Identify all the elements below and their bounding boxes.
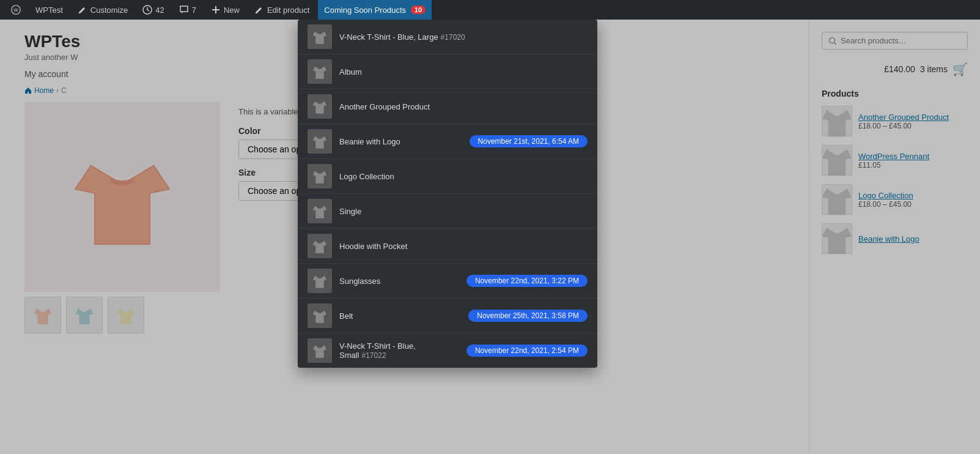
dropdown-item-thumb bbox=[308, 234, 332, 258]
dropdown-thumb-icon bbox=[311, 203, 328, 220]
wordpress-icon: W bbox=[11, 5, 21, 15]
dropdown-list: V-Neck T-Shirt - Blue, Large#17020 Album… bbox=[298, 20, 597, 368]
dropdown-thumb-icon bbox=[311, 133, 328, 150]
plus-icon bbox=[211, 5, 221, 15]
edit-product-label: Edit product bbox=[267, 6, 309, 15]
dropdown-item-badge: November 25th, 2021, 3:58 PM bbox=[468, 310, 588, 322]
dropdown-item-badge: November 21st, 2021, 6:54 AM bbox=[470, 135, 588, 147]
new-button[interactable]: New bbox=[205, 0, 246, 20]
dropdown-item-thumb bbox=[308, 199, 332, 223]
comments-button[interactable]: 7 bbox=[173, 0, 202, 20]
dropdown-item-name: Another Grouped Product bbox=[339, 102, 588, 111]
dropdown-thumb-icon bbox=[311, 237, 328, 255]
dropdown-item[interactable]: V-Neck T-Shirt - Blue, Small#17022 Novem… bbox=[298, 333, 597, 368]
site-name-label: WPTest bbox=[35, 6, 63, 15]
coming-soon-badge: 10 bbox=[411, 6, 426, 14]
dropdown-item[interactable]: V-Neck T-Shirt - Blue, Large#17020 bbox=[298, 20, 597, 54]
updates-count: 42 bbox=[155, 6, 164, 15]
coming-soon-button[interactable]: Coming Soon Products 10 bbox=[318, 0, 432, 20]
dropdown-thumb-icon bbox=[311, 168, 328, 185]
customize-icon bbox=[78, 5, 87, 15]
dropdown-item[interactable]: Single bbox=[298, 194, 597, 229]
dropdown-item-name: Beanie with Logo bbox=[339, 137, 462, 146]
dropdown-item-thumb bbox=[308, 269, 332, 293]
comments-count: 7 bbox=[192, 6, 196, 15]
dropdown-item[interactable]: Hoodie with Pocket bbox=[298, 229, 597, 264]
dropdown-item-name: Belt bbox=[339, 311, 461, 321]
dropdown-item-name: Album bbox=[339, 67, 588, 76]
dropdown-item-thumb bbox=[308, 24, 332, 49]
comments-icon bbox=[179, 5, 189, 15]
dropdown-item-thumb bbox=[308, 94, 332, 119]
coming-soon-label: Coming Soon Products bbox=[324, 6, 406, 15]
dropdown-item-name: Sunglasses bbox=[339, 277, 459, 286]
site-name-button[interactable]: WPTest bbox=[29, 0, 69, 20]
dropdown-item-name: Hoodie with Pocket bbox=[339, 242, 588, 251]
dropdown-thumb-icon bbox=[311, 307, 328, 324]
updates-icon bbox=[142, 5, 152, 15]
dropdown-item-badge: November 22nd, 2021, 3:22 PM bbox=[466, 275, 588, 287]
dropdown-item[interactable]: Beanie with Logo November 21st, 2021, 6:… bbox=[298, 124, 597, 159]
dropdown-thumb-icon bbox=[311, 28, 328, 45]
dropdown-item[interactable]: Album bbox=[298, 54, 597, 89]
dropdown-item[interactable]: Sunglasses November 22nd, 2021, 3:22 PM bbox=[298, 264, 597, 299]
dropdown-item-name: Single bbox=[339, 207, 588, 216]
dropdown-item-thumb bbox=[308, 164, 332, 188]
dropdown-item-thumb bbox=[308, 59, 332, 84]
dropdown-item-id: #17022 bbox=[362, 351, 386, 360]
dropdown-item-name: Logo Collection bbox=[339, 172, 588, 181]
edit-product-button[interactable]: Edit product bbox=[248, 0, 315, 20]
updates-button[interactable]: 42 bbox=[136, 0, 170, 20]
dropdown-item-badge: November 22nd, 2021, 2:54 PM bbox=[466, 344, 588, 357]
customize-label: Customize bbox=[90, 6, 128, 15]
dropdown-thumb-icon bbox=[311, 272, 328, 289]
dropdown-thumb-icon bbox=[311, 342, 328, 359]
dropdown-thumb-icon bbox=[311, 63, 328, 80]
svg-text:W: W bbox=[13, 7, 18, 13]
dropdown-item-thumb bbox=[308, 338, 332, 363]
edit-icon bbox=[254, 5, 264, 15]
customize-button[interactable]: Customize bbox=[72, 0, 134, 20]
dropdown-item-name: V-Neck T-Shirt - Blue, Large#17020 bbox=[339, 32, 588, 42]
dropdown-item[interactable]: Logo Collection bbox=[298, 159, 597, 194]
coming-soon-dropdown: V-Neck T-Shirt - Blue, Large#17020 Album… bbox=[298, 20, 597, 368]
dropdown-item-name: V-Neck T-Shirt - Blue, Small#17022 bbox=[339, 341, 459, 360]
wp-logo-button[interactable]: W bbox=[5, 0, 27, 20]
admin-bar: W WPTest Customize 42 7 New Edit product… bbox=[0, 0, 980, 20]
dropdown-item-thumb bbox=[308, 303, 332, 328]
new-label: New bbox=[224, 6, 240, 15]
dropdown-item[interactable]: Belt November 25th, 2021, 3:58 PM bbox=[298, 299, 597, 333]
dropdown-item-thumb bbox=[308, 129, 332, 154]
dropdown-thumb-icon bbox=[311, 98, 328, 115]
dropdown-item[interactable]: Another Grouped Product bbox=[298, 89, 597, 124]
dropdown-item-id: #17020 bbox=[441, 33, 465, 42]
